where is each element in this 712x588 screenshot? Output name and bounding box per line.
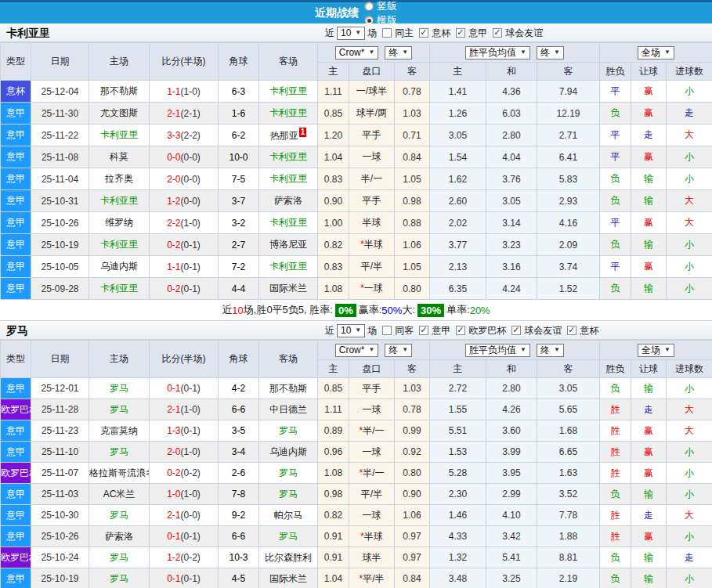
handicap-value: 一球 xyxy=(363,446,381,457)
result-wdl-cell: 平 xyxy=(600,124,631,146)
near-label: 近 xyxy=(325,27,334,40)
fulltime-score: 2-1 xyxy=(167,404,180,415)
competition-checkbox[interactable] xyxy=(456,28,465,38)
radio-label: 竖版 xyxy=(377,0,397,13)
result-wdl-cell: 平 xyxy=(600,146,631,168)
table-row: 意甲25-11-03AC米兰1-0(1-0)7-8罗马0.98平/半0.902.… xyxy=(1,484,712,505)
sub-column-header: 主 xyxy=(430,63,486,81)
score-cell: 0-1(0-1) xyxy=(150,526,219,547)
result-wdl-cell: 胜 xyxy=(600,420,631,442)
home-odds-cell: 1.11 xyxy=(318,399,349,420)
page-title: 近期战绩 xyxy=(315,6,359,20)
same-venue-checkbox[interactable] xyxy=(382,28,392,38)
fulltime-score: 1-2 xyxy=(167,552,180,563)
competition-checkbox[interactable] xyxy=(419,28,428,38)
handicap-value: 球半 xyxy=(363,552,381,563)
result-handicap-cell: 赢 xyxy=(631,81,667,103)
match-count-select[interactable]: 10▼ xyxy=(337,324,365,337)
competition-label: 意杯 xyxy=(580,324,598,337)
home-team-cell: AC米兰 xyxy=(89,484,150,505)
result-wdl-cell: 负 xyxy=(600,278,631,300)
scope-select[interactable]: 全场▼ xyxy=(638,46,674,60)
halftime-score: (0-1) xyxy=(181,425,201,436)
result-wdl-cell: 负 xyxy=(600,547,631,568)
away-team-cell: 罗马 xyxy=(259,463,318,484)
competition-label: 球会友谊 xyxy=(505,27,543,40)
handicap-value: 平/半 xyxy=(363,573,384,584)
home-team-cell: 卡利亚里 xyxy=(89,190,150,212)
radio-button[interactable] xyxy=(364,2,374,11)
avg-home-cell: 5.28 xyxy=(430,463,486,484)
handicap-value: 半/一 xyxy=(363,467,384,478)
fulltime-score: 1-2 xyxy=(167,196,180,207)
avg-draw-cell: 3.16 xyxy=(486,256,537,278)
handicap-cell: 半球 xyxy=(349,212,395,234)
odds-company-select[interactable]: Crow*▼ xyxy=(335,46,379,60)
match-count-select[interactable]: 10▼ xyxy=(337,27,365,40)
chevron-down-icon: ▼ xyxy=(355,327,361,334)
date-cell: 25-11-03 xyxy=(31,484,89,505)
avg-draw-cell: 5.41 xyxy=(486,547,537,568)
home-team-cell: 罗马 xyxy=(89,399,150,420)
column-header: 客场 xyxy=(259,341,318,378)
result-wdl-cell: 负 xyxy=(600,484,631,505)
home-team-cell: 科莫 xyxy=(89,146,150,168)
avg-draw-cell: 3.25 xyxy=(486,568,537,588)
column-header: 主场 xyxy=(89,43,150,81)
match-type-cell: 欧罗巴杯 xyxy=(1,463,31,484)
result-handicap-cell: 走 xyxy=(631,505,667,526)
handicap-cell: *平/半 xyxy=(349,568,395,588)
odds-time-select-value: 终 xyxy=(389,344,398,357)
score-cell: 0-1(0-1) xyxy=(150,378,219,399)
odds-time-select[interactable]: 终▼ xyxy=(385,46,412,60)
avg-type-select[interactable]: 胜平负均值▼ xyxy=(465,46,530,60)
same-venue-checkbox[interactable] xyxy=(382,326,392,335)
handicap-cell: 平/半 xyxy=(349,484,395,505)
away-team-cell: 卡利亚里 xyxy=(259,146,318,168)
avg-draw-cell: 3.42 xyxy=(486,526,537,547)
summary-segment: 30% xyxy=(417,304,444,317)
result-goals-cell: 小 xyxy=(667,81,712,103)
away-odds-cell: 0.71 xyxy=(395,124,430,146)
odds-company-select-value: Crow* xyxy=(339,345,365,355)
competition-checkbox[interactable] xyxy=(456,326,465,335)
corner-cell: 4-4 xyxy=(219,278,259,300)
avg-home-cell: 6.35 xyxy=(430,278,486,300)
avg-draw-cell: 4.04 xyxy=(486,146,537,168)
handicap-cell: *一球 xyxy=(349,278,395,300)
competition-checkbox[interactable] xyxy=(493,28,502,38)
fulltime-score: 2-0 xyxy=(167,174,180,185)
halftime-score: (0-2) xyxy=(181,552,201,563)
halftime-score: (1-0) xyxy=(181,218,201,229)
result-handicap-cell: 输 xyxy=(631,484,667,505)
avg-time-select-value: 终 xyxy=(540,46,550,60)
fulltime-score: 2-1 xyxy=(167,510,180,521)
summary-segment: 50% xyxy=(381,305,402,316)
competition-checkbox[interactable] xyxy=(511,326,521,335)
odds-time-select[interactable]: 终▼ xyxy=(385,344,412,357)
away-odds-cell: 1.06 xyxy=(395,234,430,256)
odds-company-select[interactable]: Crow*▼ xyxy=(335,344,379,357)
home-team-cell: 格拉斯哥流浪者 xyxy=(89,463,150,484)
avg-type-select[interactable]: 胜平负均值▼ xyxy=(465,344,530,357)
result-goals-cell: 小 xyxy=(667,568,712,588)
competition-checkbox[interactable] xyxy=(567,326,576,335)
result-handicap-cell: 输 xyxy=(631,168,667,190)
scope-select[interactable]: 全场▼ xyxy=(638,344,674,357)
avg-time-select[interactable]: 终▼ xyxy=(537,344,564,357)
sub-column-header: 胜负 xyxy=(600,360,631,378)
date-cell: 25-10-24 xyxy=(31,547,89,568)
home-team-cell: 卡利亚里 xyxy=(89,278,150,300)
competition-checkbox[interactable] xyxy=(419,326,428,335)
handicap-cell: 平手 xyxy=(349,124,395,146)
result-goals-cell: 小 xyxy=(667,484,712,505)
date-cell: 25-12-04 xyxy=(31,81,89,103)
avg-draw-cell: 3.95 xyxy=(486,463,537,484)
halftime-score: (0-1) xyxy=(181,531,201,542)
away-odds-cell: 1.03 xyxy=(395,378,430,399)
handicap-value: 平/半 xyxy=(361,489,382,500)
avg-time-select[interactable]: 终▼ xyxy=(537,46,564,60)
away-odds-cell: 1.05 xyxy=(395,256,430,278)
away-team-cell: 比尔森胜利 xyxy=(259,547,318,568)
handicap-value: 半/一 xyxy=(361,173,382,184)
